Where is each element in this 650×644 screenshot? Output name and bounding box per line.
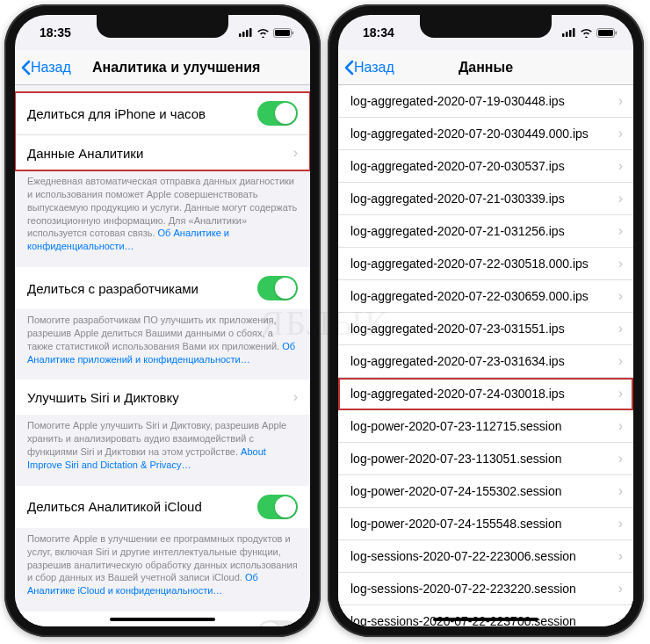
phone-left: 18:35 Назад Аналитика и улучшения Делить…: [4, 4, 321, 637]
svg-rect-5: [275, 30, 290, 36]
footer-link[interactable]: Об Аналитике и конфиденциальности…: [27, 228, 229, 251]
file-name: log-sessions-2020-07-22-223006.session: [350, 549, 576, 563]
chevron-right-icon: ›: [618, 418, 623, 434]
wifi-icon: [256, 28, 270, 38]
chevron-right-icon: ›: [618, 288, 623, 304]
svg-rect-7: [562, 33, 565, 37]
file-name: log-power-2020-07-24-155548.session: [350, 517, 562, 531]
back-button[interactable]: Назад: [20, 60, 71, 76]
log-file-row[interactable]: log-aggregated-2020-07-23-031634.ips›: [338, 345, 633, 378]
cell-label: Делиться Аналитикой iCloud: [27, 499, 202, 514]
notch: [420, 15, 552, 38]
signal-icon: [239, 28, 253, 37]
cell-label: Данные Аналитики: [27, 146, 143, 161]
footer-link[interactable]: Об Аналитике iCloud и конфиденциальности…: [27, 572, 258, 596]
log-file-row[interactable]: log-power-2020-07-23-113051.session›: [338, 443, 633, 475]
log-file-row[interactable]: log-sessions-2020-07-22-223006.session›: [338, 540, 633, 573]
svg-rect-13: [616, 31, 618, 34]
file-name: log-power-2020-07-23-113051.session: [350, 452, 562, 466]
status-time: 18:35: [40, 25, 71, 40]
file-name: log-aggregated-2020-07-23-031551.ips: [350, 322, 565, 336]
footer-link[interactable]: Об Аналитике приложений и конфиденциальн…: [27, 341, 295, 365]
svg-rect-9: [569, 30, 572, 37]
file-name: log-aggregated-2020-07-20-030537.ips: [350, 159, 565, 173]
settings-group: Делиться с разработчиками: [15, 267, 310, 309]
file-name: log-aggregated-2020-07-20-030449.000.ips: [350, 127, 589, 141]
file-name: log-sessions-2020-07-22-223220.session: [350, 582, 576, 596]
log-file-row[interactable]: log-sessions-2020-07-22-223700.session›: [338, 605, 633, 626]
cell-label: Делиться с разработчиками: [27, 281, 199, 296]
home-indicator[interactable]: [433, 618, 538, 621]
home-indicator[interactable]: [110, 618, 215, 621]
status-time: 18:34: [363, 25, 394, 40]
svg-rect-0: [239, 33, 242, 37]
log-file-row[interactable]: log-aggregated-2020-07-20-030537.ips›: [338, 150, 633, 183]
chevron-right-icon: ›: [618, 451, 623, 467]
file-name: log-power-2020-07-23-112715.session: [350, 419, 562, 433]
svg-rect-8: [566, 32, 568, 37]
settings-group: Улучшить Siri и Диктовку›: [15, 380, 310, 415]
chevron-right-icon: ›: [618, 483, 623, 499]
svg-rect-3: [249, 28, 252, 37]
log-file-row[interactable]: log-power-2020-07-23-112715.session›: [338, 410, 633, 443]
file-name: log-aggregated-2020-07-22-030518.000.ips: [350, 257, 589, 271]
chevron-right-icon: ›: [618, 516, 623, 532]
notch: [97, 15, 228, 38]
file-name: log-aggregated-2020-07-21-031256.ips: [350, 224, 565, 238]
chevron-right-icon: ›: [618, 321, 623, 336]
file-name: log-power-2020-07-24-155302.session: [350, 484, 562, 498]
log-file-row[interactable]: log-aggregated-2020-07-21-030339.ips›: [338, 183, 633, 215]
nav-bar: Назад Аналитика и улучшения: [15, 50, 310, 85]
footer-link[interactable]: About Improve Siri and Dictation & Priva…: [27, 446, 266, 470]
log-file-row[interactable]: log-aggregated-2020-07-24-030018.ips›: [338, 378, 633, 410]
file-name: log-aggregated-2020-07-24-030018.ips: [350, 387, 565, 401]
log-file-row[interactable]: log-aggregated-2020-07-20-030449.000.ips…: [338, 118, 633, 150]
chevron-right-icon: ›: [618, 386, 623, 402]
toggle-switch[interactable]: [257, 495, 298, 519]
settings-cell[interactable]: Делиться с разработчиками: [15, 267, 310, 309]
settings-cell[interactable]: Улучшить Siri и Диктовку›: [15, 380, 310, 415]
log-file-row[interactable]: log-aggregated-2020-07-21-031256.ips›: [338, 215, 633, 248]
chevron-right-icon: ›: [618, 613, 623, 626]
chevron-right-icon: ›: [618, 223, 623, 239]
log-file-row[interactable]: log-aggregated-2020-07-22-030659.000.ips…: [338, 280, 633, 313]
settings-content[interactable]: Делиться для iPhone и часовДанные Аналит…: [15, 85, 310, 626]
toggle-switch[interactable]: [257, 620, 298, 626]
chevron-right-icon: ›: [618, 126, 623, 141]
svg-rect-12: [598, 30, 613, 36]
chevron-right-icon: ›: [618, 158, 623, 174]
chevron-right-icon: ›: [618, 581, 623, 597]
log-file-row[interactable]: log-aggregated-2020-07-23-031551.ips›: [338, 313, 633, 345]
log-file-row[interactable]: log-aggregated-2020-07-19-030448.ips›: [338, 85, 633, 118]
file-name: log-aggregated-2020-07-19-030448.ips: [350, 94, 565, 108]
data-list[interactable]: log-aggregated-2020-07-19-030448.ips›log…: [338, 85, 633, 626]
log-file-row[interactable]: log-sessions-2020-07-22-223220.session›: [338, 573, 633, 605]
chevron-right-icon: ›: [618, 191, 623, 206]
nav-bar: Назад Данные: [338, 50, 633, 85]
chevron-right-icon: ›: [618, 256, 623, 271]
log-file-row[interactable]: log-power-2020-07-24-155548.session›: [338, 508, 633, 540]
settings-group: Делиться Аналитикой iCloud: [15, 486, 310, 528]
svg-rect-1: [242, 32, 245, 37]
back-button[interactable]: Назад: [343, 60, 394, 76]
toggle-switch[interactable]: [257, 276, 298, 300]
chevron-right-icon: ›: [618, 93, 623, 109]
chevron-right-icon: ›: [293, 145, 298, 161]
toggle-switch[interactable]: [257, 101, 298, 126]
cell-label: Улучшить Siri и Диктовку: [27, 390, 179, 405]
chevron-left-icon: [20, 60, 31, 76]
settings-cell[interactable]: Данные Аналитики›: [15, 135, 310, 170]
settings-cell[interactable]: Делиться Аналитикой iCloud: [15, 486, 310, 528]
settings-cell[interactable]: Делиться для iPhone и часов: [15, 92, 310, 135]
chevron-right-icon: ›: [293, 389, 298, 405]
file-name: log-aggregated-2020-07-21-030339.ips: [350, 192, 565, 206]
file-name: log-aggregated-2020-07-22-030659.000.ips: [350, 289, 589, 303]
log-file-row[interactable]: log-power-2020-07-24-155302.session›: [338, 475, 633, 508]
phone-right: 18:34 Назад Данные log-aggregated-2020-0…: [328, 4, 644, 637]
battery-icon: [596, 28, 618, 38]
log-file-row[interactable]: log-aggregated-2020-07-22-030518.000.ips…: [338, 248, 633, 280]
svg-rect-6: [292, 31, 294, 34]
chevron-right-icon: ›: [618, 353, 623, 369]
file-name: log-aggregated-2020-07-23-031634.ips: [350, 354, 565, 368]
battery-icon: [273, 28, 294, 38]
